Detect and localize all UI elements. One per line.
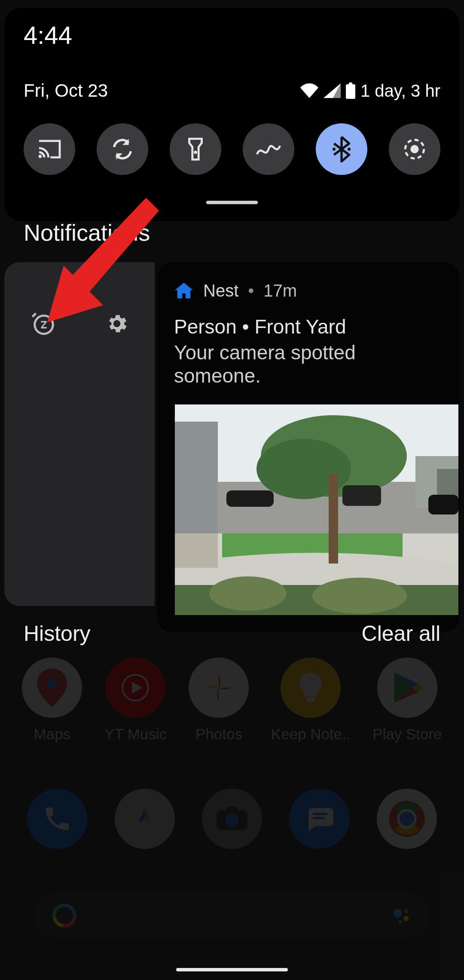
tile-auto-rotate[interactable] xyxy=(97,123,148,175)
clock-time: 4:44 xyxy=(24,21,440,49)
svg-point-28 xyxy=(39,155,42,158)
gear-icon xyxy=(105,312,129,336)
svg-point-31 xyxy=(348,147,351,150)
svg-point-54 xyxy=(312,578,407,614)
battery-icon xyxy=(346,83,355,99)
svg-point-29 xyxy=(194,150,197,154)
svg-rect-42 xyxy=(175,422,218,533)
nest-app-icon xyxy=(174,282,194,300)
svg-rect-50 xyxy=(342,485,381,506)
section-header-notifications: Notifications xyxy=(24,219,150,246)
notification-title: Person • Front Yard xyxy=(174,315,460,338)
tile-flashlight[interactable] xyxy=(170,123,221,175)
clear-all-button[interactable]: Clear all xyxy=(362,621,440,646)
snooze-icon xyxy=(31,311,57,337)
separator-dot: • xyxy=(248,281,254,300)
svg-point-30 xyxy=(333,147,336,150)
clock-date: Fri, Oct 23 xyxy=(24,80,108,101)
cast-icon xyxy=(37,139,62,159)
snooze-button[interactable] xyxy=(31,311,57,337)
svg-rect-48 xyxy=(329,473,338,564)
screen-record-icon xyxy=(402,137,427,162)
wifi-icon xyxy=(300,83,318,98)
tile-dnd[interactable] xyxy=(243,123,294,175)
do-not-disturb-icon xyxy=(256,141,281,158)
svg-rect-43 xyxy=(175,533,218,568)
notification-swipe-actions xyxy=(4,262,155,606)
svg-rect-27 xyxy=(349,83,352,85)
auto-rotate-icon xyxy=(110,137,135,162)
notification-time-ago: 17m xyxy=(263,281,297,300)
notification-card-nest[interactable]: Nest • 17m Person • Front Yard Your came… xyxy=(157,262,460,632)
history-button[interactable]: History xyxy=(24,621,91,646)
svg-rect-49 xyxy=(226,490,274,507)
svg-rect-26 xyxy=(346,84,355,99)
svg-point-53 xyxy=(209,576,287,611)
tile-screen-record[interactable] xyxy=(389,123,440,175)
flashlight-icon xyxy=(187,137,204,162)
bluetooth-icon xyxy=(332,136,351,162)
quick-settings-tiles xyxy=(24,123,440,175)
cell-signal-icon xyxy=(324,83,341,98)
notification-settings-button[interactable] xyxy=(104,311,130,337)
notification-image xyxy=(175,404,458,615)
notification-body: Your camera spotted someone. xyxy=(174,341,460,387)
quick-settings-panel: 4:44 Fri, Oct 23 1 day, 3 hr xyxy=(4,8,460,221)
battery-text: 1 day, 3 hr xyxy=(360,81,440,101)
notification-header: Nest • 17m xyxy=(174,281,460,300)
gesture-nav-bar[interactable] xyxy=(176,968,288,971)
svg-point-33 xyxy=(410,145,418,153)
tile-cast[interactable] xyxy=(24,123,75,175)
tile-bluetooth[interactable] xyxy=(316,123,367,175)
notification-app-name: Nest xyxy=(203,281,238,300)
shade-drag-handle[interactable] xyxy=(206,201,258,204)
status-icons: 1 day, 3 hr xyxy=(300,81,440,101)
svg-rect-51 xyxy=(428,495,458,514)
